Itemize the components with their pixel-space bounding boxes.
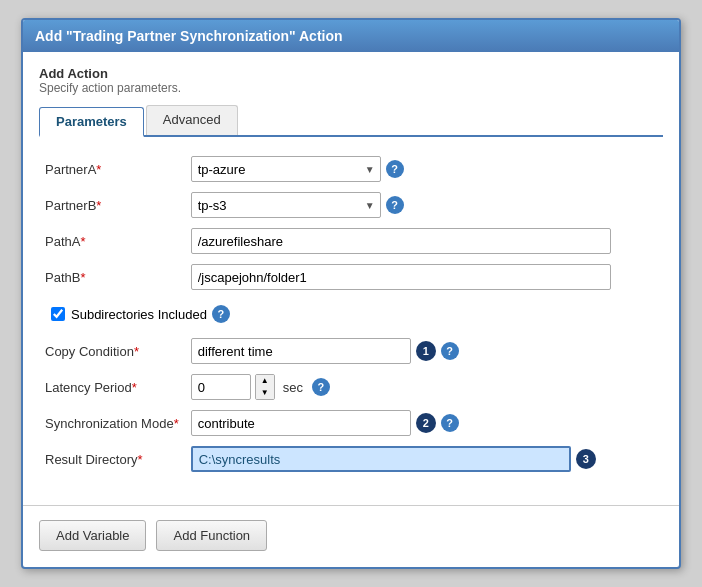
input-cell-result-directory: 3 [185,441,663,477]
subdirectories-help-icon[interactable]: ? [212,305,230,323]
dialog-body: Add Action Specify action parameters. Pa… [23,52,679,491]
copy-condition-input[interactable] [191,338,411,364]
row-sync-mode: Synchronization Mode* 2 ? [39,405,663,441]
row-partner-b: PartnerB* tp-azure tp-s3 ▼ ? [39,187,663,223]
partner-b-help-icon[interactable]: ? [386,196,404,214]
latency-spinner: ▲ ▼ [255,374,275,400]
partner-b-select[interactable]: tp-azure tp-s3 [191,192,381,218]
row-partner-a: PartnerA* tp-azure tp-s3 ▼ ? [39,151,663,187]
sync-mode-help-icon[interactable]: ? [441,414,459,432]
label-path-a: PathA* [39,223,185,259]
latency-help-icon[interactable]: ? [312,378,330,396]
sync-mode-input[interactable] [191,410,411,436]
path-b-input[interactable] [191,264,611,290]
section-heading: Add Action [39,66,663,81]
label-copy-condition: Copy Condition* [39,333,185,369]
input-cell-partner-a: tp-azure tp-s3 ▼ ? [185,151,663,187]
row-copy-condition: Copy Condition* 1 ? [39,333,663,369]
result-directory-badge: 3 [576,449,596,469]
partner-a-help-icon[interactable]: ? [386,160,404,178]
tabs: Parameters Advanced [39,105,663,137]
label-partner-a: PartnerA* [39,151,185,187]
latency-unit: sec [283,380,303,395]
label-partner-b: PartnerB* [39,187,185,223]
copy-condition-badge: 1 [416,341,436,361]
row-path-a: PathA* [39,223,663,259]
copy-condition-help-icon[interactable]: ? [441,342,459,360]
form-table: PartnerA* tp-azure tp-s3 ▼ ? [39,151,663,477]
input-cell-path-a [185,223,663,259]
label-result-directory: Result Directory* [39,441,185,477]
input-cell-copy-condition: 1 ? [185,333,663,369]
input-cell-latency: ▲ ▼ sec ? [185,369,663,405]
partner-a-select[interactable]: tp-azure tp-s3 [191,156,381,182]
row-latency-period: Latency Period* ▲ ▼ sec ? [39,369,663,405]
dialog-title-text: Add "Trading Partner Synchronization" Ac… [35,28,343,44]
row-result-directory: Result Directory* 3 [39,441,663,477]
label-latency-period: Latency Period* [39,369,185,405]
latency-down-button[interactable]: ▼ [256,387,274,399]
row-path-b: PathB* [39,259,663,295]
latency-up-button[interactable]: ▲ [256,375,274,387]
input-cell-sync-mode: 2 ? [185,405,663,441]
sync-mode-badge: 2 [416,413,436,433]
tab-parameters[interactable]: Parameters [39,107,144,137]
input-cell-path-b [185,259,663,295]
row-subdirectories: Subdirectories Included ? [39,295,663,333]
subdirectories-checkbox[interactable] [51,307,65,321]
label-path-b: PathB* [39,259,185,295]
latency-input[interactable] [191,374,251,400]
footer: Add Variable Add Function [23,520,679,567]
input-cell-partner-b: tp-azure tp-s3 ▼ ? [185,187,663,223]
tab-advanced[interactable]: Advanced [146,105,238,135]
subdirectories-label: Subdirectories Included [71,307,207,322]
add-variable-button[interactable]: Add Variable [39,520,146,551]
dialog: Add "Trading Partner Synchronization" Ac… [21,18,681,569]
add-function-button[interactable]: Add Function [156,520,267,551]
dialog-title: Add "Trading Partner Synchronization" Ac… [23,20,679,52]
result-directory-input[interactable] [191,446,571,472]
section-subtitle: Specify action parameters. [39,81,663,95]
footer-divider [23,505,679,506]
path-a-input[interactable] [191,228,611,254]
label-sync-mode: Synchronization Mode* [39,405,185,441]
